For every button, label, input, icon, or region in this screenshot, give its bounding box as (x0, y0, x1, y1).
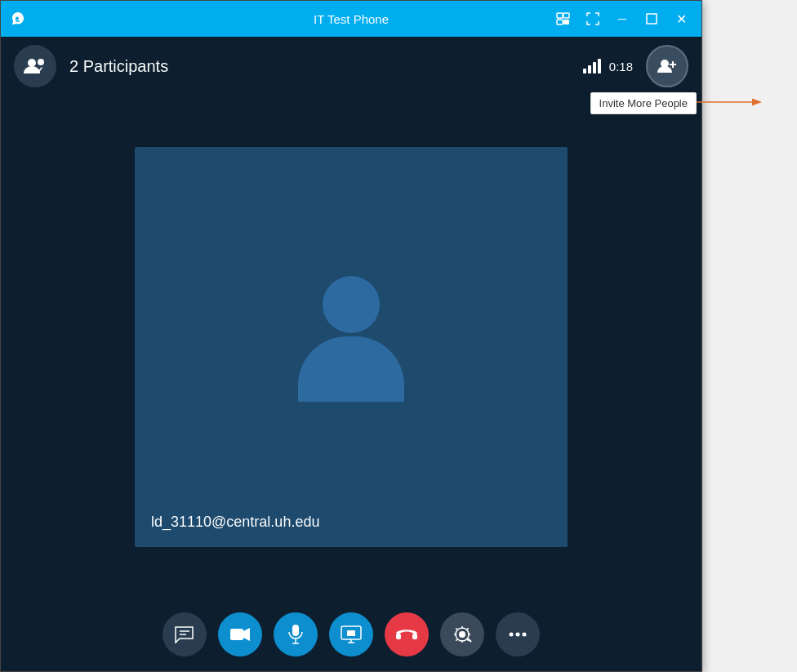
svg-line-24 (468, 639, 471, 642)
call-header: 2 Participants 0:18 Invite More People (1, 37, 701, 96)
svg-rect-4 (647, 14, 657, 24)
avatar-head (323, 276, 380, 333)
svg-point-25 (510, 633, 514, 637)
end-call-button[interactable] (385, 612, 429, 656)
svg-rect-1 (563, 13, 569, 18)
call-timer: 0:18 (609, 60, 633, 73)
svg-rect-13 (292, 625, 299, 636)
svg-point-6 (38, 59, 44, 65)
close-button[interactable]: ✕ (669, 7, 693, 30)
signal-strength (583, 59, 601, 73)
svg-rect-12 (230, 629, 243, 640)
caller-email: ld_31110@central.uh.edu (151, 514, 319, 531)
title-bar-controls: ─ ✕ (551, 7, 693, 30)
more-options-button[interactable] (496, 612, 540, 656)
svg-point-27 (523, 633, 527, 637)
svg-rect-2 (557, 20, 563, 24)
people-view-button[interactable] (551, 7, 576, 30)
svg-point-5 (28, 59, 36, 67)
side-annotation (702, 0, 797, 78)
call-toolbar (1, 598, 701, 671)
title-bar: IT Test Phone ─ (1, 1, 701, 37)
title-bar-title: IT Test Phone (314, 12, 389, 26)
participants-panel-button[interactable] (14, 45, 56, 87)
avatar-placeholder (290, 274, 412, 404)
video-button[interactable] (218, 612, 262, 656)
svg-point-22 (459, 631, 465, 638)
participants-label: 2 Participants (69, 57, 583, 76)
video-area: ld_31110@central.uh.edu (1, 96, 701, 598)
avatar-body (298, 336, 404, 402)
svg-rect-21 (412, 634, 417, 639)
svg-rect-20 (396, 634, 401, 639)
chat-button[interactable] (163, 612, 207, 656)
invite-tooltip: Invite More People (590, 92, 697, 114)
screen-share-button[interactable] (329, 612, 373, 656)
svg-rect-19 (347, 630, 355, 636)
settings-button[interactable] (440, 612, 484, 656)
restore-button[interactable] (639, 7, 664, 30)
fullscreen-button[interactable] (581, 7, 605, 30)
minimize-button[interactable]: ─ (610, 7, 634, 30)
app-window: IT Test Phone ─ (0, 0, 702, 672)
video-container: ld_31110@central.uh.edu (135, 147, 568, 547)
svg-point-26 (516, 633, 520, 637)
svg-rect-3 (563, 20, 569, 24)
skype-icon (9, 10, 27, 28)
microphone-button[interactable] (274, 612, 318, 656)
svg-rect-0 (557, 13, 563, 18)
title-bar-left (9, 10, 27, 28)
